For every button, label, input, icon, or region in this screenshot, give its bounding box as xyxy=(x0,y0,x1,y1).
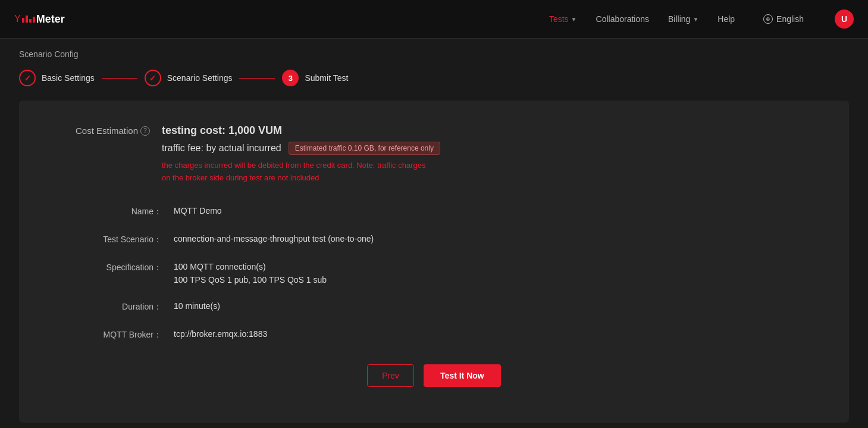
tests-chevron-icon: ▼ xyxy=(571,16,577,23)
step-1-label: Basic Settings xyxy=(42,73,95,83)
spec-row: Specification： 100 MQTT connection(s) 10… xyxy=(55,262,813,285)
cost-traffic-text: traffic fee: by actual incurred xyxy=(162,143,281,154)
breadcrumb: Scenario Config xyxy=(0,39,868,65)
language-selector[interactable]: ⊕ English xyxy=(763,14,804,24)
cost-note: the charges incurred will be debited fro… xyxy=(162,160,471,185)
traffic-badge: Estimated traffic 0.10 GB, for reference… xyxy=(289,142,440,155)
step-basic-settings: ✓ Basic Settings xyxy=(19,70,95,86)
duration-row: Duration： 10 minute(s) xyxy=(55,301,813,313)
scenario-value: connection-and-message-throughput test (… xyxy=(174,234,813,243)
step-3-circle: 3 xyxy=(282,70,299,86)
avatar[interactable]: U xyxy=(835,10,854,29)
scenario-label: Test Scenario： xyxy=(55,234,174,245)
cost-help-icon[interactable]: ? xyxy=(140,126,150,136)
nav-tests[interactable]: Tests ▼ xyxy=(549,14,577,24)
broker-value: tcp://broker.emqx.io:1883 xyxy=(174,329,813,339)
name-label: Name： xyxy=(55,206,174,217)
prev-button[interactable]: Prev xyxy=(367,364,414,387)
step-1-check-icon: ✓ xyxy=(24,74,31,83)
logo-letter: Y xyxy=(14,14,21,24)
step-3-label: Submit Test xyxy=(305,73,348,83)
step-2-circle: ✓ xyxy=(145,70,161,86)
cost-value-block: testing cost: 1,000 VUM traffic fee: by … xyxy=(162,124,813,185)
step-submit-test: 3 Submit Test xyxy=(282,70,348,86)
logo-bar-4 xyxy=(33,17,35,23)
step-1-circle: ✓ xyxy=(19,70,36,86)
nav-help[interactable]: Help xyxy=(717,14,735,24)
step-scenario-settings: ✓ Scenario Settings xyxy=(145,70,233,86)
cost-testing-text: testing cost: 1,000 VUM xyxy=(162,124,813,137)
footer-buttons: Prev Test It Now xyxy=(55,364,813,399)
main-panel: Cost Estimation ? testing cost: 1,000 VU… xyxy=(19,101,849,423)
scenario-row: Test Scenario： connection-and-message-th… xyxy=(55,234,813,245)
logo-bar-2 xyxy=(26,15,28,23)
broker-row: MQTT Broker： tcp://broker.emqx.io:1883 xyxy=(55,329,813,340)
step-2-label: Scenario Settings xyxy=(167,73,233,83)
cost-estimation-section: Cost Estimation ? testing cost: 1,000 VU… xyxy=(55,124,813,185)
nav-collaborations[interactable]: Collaborations xyxy=(596,14,650,24)
step-2-check-icon: ✓ xyxy=(149,74,156,83)
step-connector-1 xyxy=(102,78,137,79)
step-connector-2 xyxy=(239,78,275,79)
nav-billing[interactable]: Billing ▼ xyxy=(668,14,698,24)
logo-bar-1 xyxy=(22,18,24,23)
main-nav: Tests ▼ Collaborations Billing ▼ Help ⊕ … xyxy=(549,10,854,29)
duration-value: 10 minute(s) xyxy=(174,301,813,311)
duration-label: Duration： xyxy=(55,301,174,313)
name-row: Name： MQTT Demo xyxy=(55,206,813,217)
spec-value: 100 MQTT connection(s) 100 TPS QoS 1 pub… xyxy=(174,262,813,285)
cost-label: Cost Estimation ? xyxy=(55,124,162,136)
header: Y Meter Tests ▼ Collaborations Billing ▼… xyxy=(0,0,868,39)
logo-suffix: Meter xyxy=(36,13,65,26)
name-value: MQTT Demo xyxy=(174,206,813,215)
logo-bar-3 xyxy=(29,19,32,23)
globe-icon: ⊕ xyxy=(763,14,773,24)
stepper: ✓ Basic Settings ✓ Scenario Settings 3 S… xyxy=(0,65,868,101)
spec-label: Specification： xyxy=(55,262,174,273)
test-now-button[interactable]: Test It Now xyxy=(424,364,501,387)
cost-traffic-row: traffic fee: by actual incurred Estimate… xyxy=(162,142,813,155)
billing-chevron-icon: ▼ xyxy=(692,16,698,23)
broker-label: MQTT Broker： xyxy=(55,329,174,340)
logo[interactable]: Y Meter xyxy=(14,13,65,26)
logo-bars xyxy=(22,15,35,23)
